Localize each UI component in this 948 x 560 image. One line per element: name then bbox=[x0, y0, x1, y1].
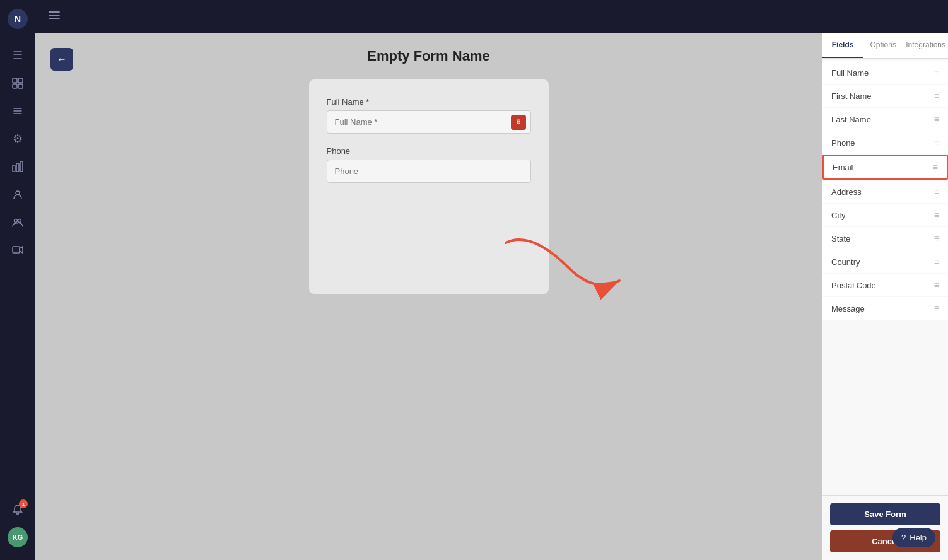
help-icon: ? bbox=[901, 533, 906, 542]
drag-icon-address: ≡ bbox=[934, 187, 939, 197]
drag-dots-icon: ⠿ bbox=[516, 119, 520, 125]
topbar bbox=[35, 0, 948, 33]
full-name-input-wrapper: ⠿ bbox=[327, 110, 531, 134]
phone-input[interactable] bbox=[327, 160, 531, 183]
svg-rect-4 bbox=[13, 84, 17, 88]
field-label-address: Address bbox=[831, 187, 862, 197]
panel-fields-list: Full Name ≡ First Name ≡ Last Name ≡ Pho… bbox=[822, 59, 948, 495]
field-label-country: Country bbox=[831, 257, 860, 267]
field-item-address[interactable]: Address ≡ bbox=[822, 180, 948, 203]
team-icon[interactable] bbox=[5, 209, 30, 235]
field-label-full-name: Full Name bbox=[831, 68, 869, 78]
field-item-postal-code[interactable]: Postal Code ≡ bbox=[822, 274, 948, 296]
help-label: Help bbox=[910, 533, 927, 542]
drag-icon-city: ≡ bbox=[934, 210, 939, 220]
tab-options[interactable]: Options bbox=[863, 33, 903, 58]
save-form-button[interactable]: Save Form bbox=[830, 503, 940, 525]
help-button[interactable]: ? Help bbox=[892, 528, 935, 547]
field-label-email: Email bbox=[833, 163, 853, 172]
app-logo: N bbox=[6, 8, 29, 30]
svg-point-14 bbox=[18, 219, 21, 223]
svg-rect-2 bbox=[13, 78, 17, 83]
field-item-phone[interactable]: Phone ≡ bbox=[822, 131, 948, 154]
field-item-last-name[interactable]: Last Name ≡ bbox=[822, 108, 948, 131]
sidebar: N ☰ ⚙ bbox=[0, 0, 35, 560]
field-item-country[interactable]: Country ≡ bbox=[822, 250, 948, 273]
full-name-field-group: Full Name * ⠿ bbox=[327, 97, 531, 134]
chart-icon[interactable] bbox=[5, 154, 30, 179]
phone-field-group: Phone bbox=[327, 146, 531, 183]
menu-icon[interactable]: ☰ bbox=[5, 43, 30, 68]
panel-tabs: Fields Options Integrations bbox=[822, 33, 948, 59]
full-name-input[interactable] bbox=[327, 110, 531, 134]
svg-rect-11 bbox=[20, 161, 23, 172]
notification-button[interactable]: 1 bbox=[5, 497, 30, 522]
drag-icon-country: ≡ bbox=[934, 257, 939, 267]
drag-icon-email: ≡ bbox=[933, 162, 938, 172]
svg-rect-3 bbox=[18, 78, 23, 83]
field-label-state: State bbox=[831, 234, 850, 243]
field-item-message[interactable]: Message ≡ bbox=[822, 297, 948, 320]
field-label-message: Message bbox=[831, 304, 865, 313]
users-icon[interactable] bbox=[5, 182, 30, 207]
user-avatar[interactable]: KG bbox=[8, 527, 28, 547]
field-item-state[interactable]: State ≡ bbox=[822, 227, 948, 250]
notification-badge: 1 bbox=[19, 499, 28, 508]
content-area: ← Empty Form Name Full Name * ⠿ Phone bbox=[35, 33, 948, 560]
form-card: Full Name * ⠿ Phone bbox=[309, 79, 549, 294]
field-item-email[interactable]: Email ≡ bbox=[822, 155, 948, 180]
phone-input-wrapper bbox=[327, 160, 531, 183]
svg-text:N: N bbox=[15, 14, 21, 24]
svg-point-13 bbox=[15, 219, 18, 223]
svg-rect-5 bbox=[18, 84, 23, 88]
list-icon[interactable] bbox=[5, 98, 30, 124]
svg-rect-15 bbox=[13, 247, 20, 253]
tab-fields[interactable]: Fields bbox=[822, 33, 863, 58]
right-panel: Fields Options Integrations Full Name ≡ … bbox=[822, 33, 948, 560]
field-label-last-name: Last Name bbox=[831, 115, 871, 124]
sidebar-bottom: 1 KG bbox=[5, 497, 30, 552]
drag-icon-last-name: ≡ bbox=[934, 114, 939, 124]
drag-icon-full-name: ≡ bbox=[934, 67, 939, 78]
field-label-first-name: First Name bbox=[831, 91, 872, 101]
full-name-drag-handle[interactable]: ⠿ bbox=[511, 115, 526, 130]
svg-rect-9 bbox=[13, 165, 15, 172]
field-item-first-name[interactable]: First Name ≡ bbox=[822, 85, 948, 107]
tab-integrations[interactable]: Integrations bbox=[903, 33, 948, 58]
field-label-phone: Phone bbox=[831, 138, 855, 148]
full-name-label: Full Name * bbox=[327, 97, 531, 107]
drag-icon-state: ≡ bbox=[934, 233, 939, 243]
field-item-full-name[interactable]: Full Name ≡ bbox=[822, 61, 948, 84]
form-editor: ← Empty Form Name Full Name * ⠿ Phone bbox=[35, 33, 822, 560]
form-title: Empty Form Name bbox=[367, 48, 489, 64]
panel-actions: Save Form Cancel bbox=[822, 495, 948, 560]
field-label-city: City bbox=[831, 211, 845, 220]
drag-icon-message: ≡ bbox=[934, 303, 939, 313]
drag-icon-first-name: ≡ bbox=[934, 91, 939, 101]
video-icon[interactable] bbox=[5, 237, 30, 262]
topbar-menu-icon[interactable] bbox=[45, 6, 63, 27]
layout-icon[interactable] bbox=[5, 71, 30, 96]
field-label-postal-code: Postal Code bbox=[831, 281, 876, 290]
field-item-city[interactable]: City ≡ bbox=[822, 204, 948, 226]
svg-point-12 bbox=[16, 191, 20, 195]
drag-icon-postal-code: ≡ bbox=[934, 280, 939, 290]
main-area: ← Empty Form Name Full Name * ⠿ Phone bbox=[35, 0, 948, 560]
svg-rect-10 bbox=[16, 163, 19, 172]
drag-icon-phone: ≡ bbox=[934, 137, 939, 148]
phone-label: Phone bbox=[327, 146, 531, 156]
settings-icon[interactable]: ⚙ bbox=[5, 126, 30, 151]
back-button[interactable]: ← bbox=[50, 48, 73, 71]
